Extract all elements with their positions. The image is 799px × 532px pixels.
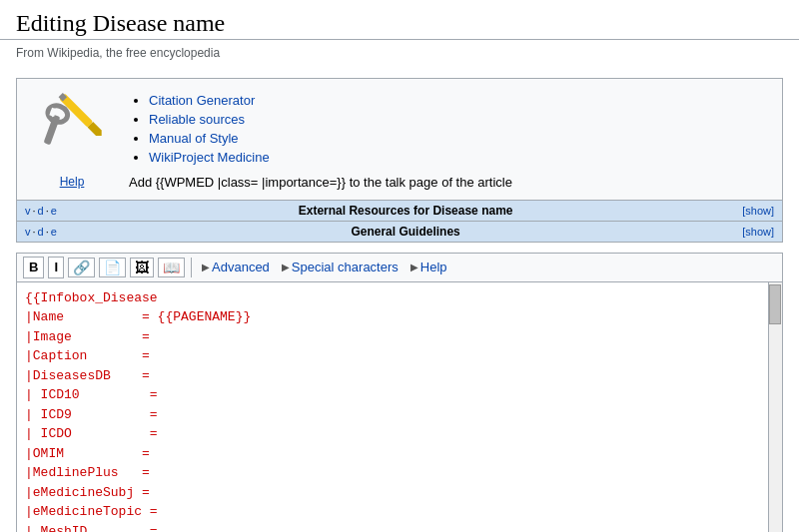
add-template-text: Add {{WPMED |class= |importance=}} to th… [129,175,772,190]
general-guidelines-title: General Guidelines [77,225,734,239]
code-line-3: |Image = [25,327,760,347]
help-icon-area: Help [27,89,117,190]
info-tables: v· d· e External Resources for Disease n… [17,200,782,242]
advanced-arrow: ▶ [202,262,210,272]
special-chars-nav[interactable]: ▶ Special characters [278,258,402,276]
code-line-13: | MeshID = [25,522,760,532]
manual-of-style-link[interactable]: Manual of Style [149,131,239,146]
file-button[interactable]: 📄 [99,258,126,277]
editor-area: B I 🔗 📄 🖼 📖 ▶ Advanced ▶ Special charact… [16,253,783,532]
toolbar-separator [191,258,192,277]
help-link[interactable]: Help [60,175,85,189]
d-link-2[interactable]: d [38,226,44,238]
svg-point-4 [46,103,70,125]
reference-button[interactable]: 📖 [158,258,185,277]
help-nav-label: Help [420,260,447,274]
info-links: Citation Generator Reliable sources Manu… [129,89,772,165]
external-resources-show[interactable]: [show] [734,201,782,221]
code-line-11: |eMedicineSubj = [25,483,760,503]
v-link-2[interactable]: v [25,226,31,238]
toolbar: B I 🔗 📄 🖼 📖 ▶ Advanced ▶ Special charact… [17,254,782,282]
image-button[interactable]: 🖼 [130,258,154,277]
subtitle: From Wikipedia, the free encyclopedia [0,44,799,68]
code-line-7: | ICD9 = [25,405,760,425]
wikiproject-medicine-link[interactable]: WikiProject Medicine [149,150,270,165]
e-link-2[interactable]: e [51,226,57,238]
help-nav[interactable]: ▶ Help [406,258,451,276]
italic-button[interactable]: I [48,257,64,278]
editor-text[interactable]: {{Infobox_Disease |Name = {{PAGENAME}} |… [17,282,768,532]
e-link-1[interactable]: e [51,205,57,217]
external-resources-row: v· d· e External Resources for Disease n… [17,200,782,221]
help-arrow: ▶ [410,262,418,272]
code-line-10: |MedlinePlus = [25,463,760,483]
page-title: Editing Disease name [0,0,799,40]
code-line-12: |eMedicineTopic = [25,502,760,522]
d-link-1[interactable]: d [38,205,44,217]
code-line-2: |Name = {{PAGENAME}} [25,307,760,327]
link-button[interactable]: 🔗 [68,258,95,277]
code-line-1: {{Infobox_Disease [25,288,760,308]
code-line-8: | ICDO = [25,424,760,444]
scrollbar-track[interactable] [768,282,782,532]
code-line-9: |OMIM = [25,444,760,464]
v-link-1[interactable]: v [25,205,31,217]
special-chars-arrow: ▶ [282,262,290,272]
editor-scroll: {{Infobox_Disease |Name = {{PAGENAME}} |… [17,282,782,532]
special-chars-label: Special characters [292,260,399,274]
code-line-4: |Caption = [25,346,760,366]
external-resources-title: External Resources for Disease name [77,204,734,218]
info-box: Help Citation Generator Reliable sources… [16,78,783,243]
scrollbar-thumb[interactable] [769,284,781,324]
citation-generator-link[interactable]: Citation Generator [149,93,255,108]
tools-icon [32,89,112,169]
reliable-sources-link[interactable]: Reliable sources [149,112,245,127]
advanced-label: Advanced [212,260,270,274]
bold-button[interactable]: B [23,257,44,278]
code-line-6: | ICD10 = [25,385,760,405]
code-line-5: |DiseasesDB = [25,366,760,386]
general-guidelines-row: v· d· e General Guidelines [show] [17,221,782,242]
general-guidelines-show[interactable]: [show] [734,222,782,242]
advanced-nav[interactable]: ▶ Advanced [198,258,274,276]
